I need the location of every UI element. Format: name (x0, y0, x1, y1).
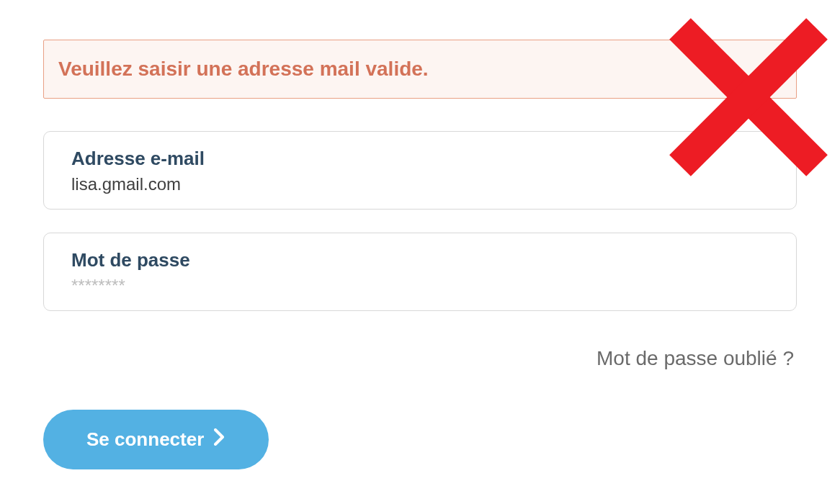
forgot-password-link[interactable]: Mot de passe oublié ? (43, 347, 797, 370)
chevron-right-icon (214, 428, 225, 451)
validation-alert: Veuillez saisir une adresse mail valide. (43, 40, 797, 99)
password-label: Mot de passe (71, 249, 769, 271)
password-field-group[interactable]: Mot de passe (43, 233, 797, 311)
email-label: Adresse e-mail (71, 148, 769, 170)
email-field-group[interactable]: Adresse e-mail (43, 131, 797, 210)
alert-message: Veuillez saisir une adresse mail valide. (58, 58, 429, 80)
password-input[interactable] (71, 276, 769, 296)
email-input[interactable] (71, 174, 769, 194)
login-button[interactable]: Se connecter (43, 410, 269, 469)
login-button-label: Se connecter (86, 428, 204, 451)
